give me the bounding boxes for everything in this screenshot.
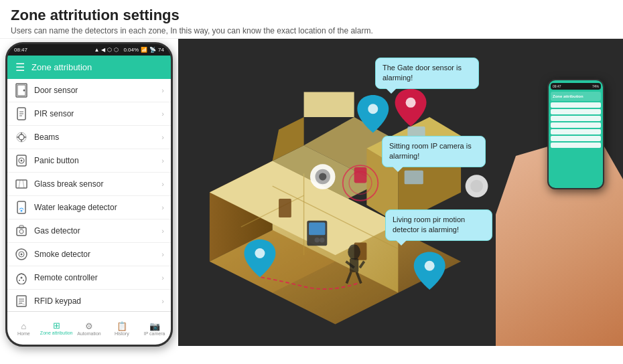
svg-point-57 [315, 238, 320, 243]
glass-break-icon [14, 177, 29, 191]
water-leakage-icon [14, 200, 29, 215]
small-phone: 09:47 74% Zone attribution [547, 79, 604, 189]
door-sensor-icon [14, 83, 29, 98]
nav-item-home[interactable]: ⌂ Home [7, 312, 40, 345]
svg-point-22 [19, 230, 23, 234]
svg-point-29 [19, 280, 20, 281]
menu-item-door-sensor[interactable]: Door sensor › [7, 79, 171, 102]
history-nav-icon: 📋 [117, 321, 127, 331]
svg-point-75 [348, 244, 360, 260]
app-header-title: Zone attribution [31, 62, 92, 72]
svg-point-69 [406, 98, 416, 108]
pir-sensor-label: PIR sensor [34, 109, 161, 118]
smoke-detector-arrow: › [161, 250, 164, 258]
svg-point-72 [319, 173, 326, 180]
speech-bubble-2: Sitting room IP camera is alarming! [382, 136, 486, 167]
smoke-detector-label: Smoke detector [34, 250, 161, 259]
menu-item-smoke-detector[interactable]: Smoke detector › [7, 243, 171, 266]
menu-list: Door sensor › PIR sensor › Beams › [7, 79, 171, 313]
status-time: 08:47 [14, 47, 27, 53]
svg-line-17 [19, 180, 20, 188]
scene-area: The Gate door sensor is alarming! Sittin… [178, 39, 623, 346]
svg-point-74 [470, 180, 483, 193]
phone-mockup: 08:47 ▲ ◀ ⬡ ⬡ 0.04% 📶 📡 74 ☰ Zone attrib… [5, 42, 173, 347]
menu-item-water-leakage[interactable]: Water leakage detector › [7, 196, 171, 219]
automation-nav-icon: ⚙ [85, 321, 93, 331]
svg-point-2 [23, 90, 25, 92]
gas-detector-label: Gas detector [34, 226, 161, 236]
menu-item-pir-sensor[interactable]: PIR sensor › [7, 102, 171, 126]
svg-point-28 [21, 277, 23, 279]
svg-point-7 [19, 134, 24, 140]
svg-point-20 [21, 210, 23, 212]
remote-controller-icon [14, 270, 29, 285]
smoke-detector-icon [14, 247, 29, 262]
nav-item-zone[interactable]: ⊞ Zone attribution [40, 312, 73, 345]
rfid-keypad-label: RFID keypad [34, 296, 161, 306]
remote-controller-arrow: › [161, 274, 164, 282]
menu-item-beams[interactable]: Beams › [7, 126, 171, 149]
status-icons: ▲ ◀ ⬡ ⬡ 0.04% 📶 📡 74 [94, 47, 164, 53]
nav-item-ip-camera[interactable]: 📷 IP camera [138, 312, 171, 345]
remote-controller-label: Remote controller [34, 273, 161, 282]
menu-item-gas-detector[interactable]: Gas detector › [7, 219, 171, 243]
svg-rect-56 [309, 223, 325, 236]
svg-rect-61 [354, 167, 367, 183]
svg-point-67 [425, 261, 435, 271]
menu-item-glass-break[interactable]: Glass break sensor › [7, 173, 171, 196]
svg-point-63 [368, 104, 378, 114]
panic-button-label: Panic button [34, 156, 161, 165]
svg-rect-49 [279, 199, 291, 217]
pir-sensor-icon [14, 106, 29, 121]
beams-icon [14, 130, 29, 145]
glass-break-arrow: › [161, 180, 164, 188]
bottom-nav: ⌂ Home ⊞ Zone attribution ⚙ Automation 📋… [7, 311, 171, 345]
nav-item-history[interactable]: 📋 History [105, 312, 138, 345]
water-leakage-label: Water leakage detector [34, 203, 161, 212]
hamburger-icon[interactable]: ☰ [15, 61, 25, 74]
svg-line-18 [23, 180, 24, 188]
home-nav-icon: ⌂ [21, 321, 26, 331]
svg-point-15 [21, 160, 23, 162]
panic-button-arrow: › [161, 157, 164, 165]
menu-item-panic-button[interactable]: Panic button › [7, 149, 171, 173]
ip-camera-nav-label: IP camera [144, 331, 165, 336]
menu-item-remote-controller[interactable]: Remote controller › [7, 266, 171, 290]
phone-hand-container: 09:47 74% Zone attribution [492, 39, 623, 346]
svg-marker-45 [304, 92, 354, 117]
page-header: Zone attritution settings Users can name… [0, 0, 623, 38]
rfid-keypad-arrow: › [161, 297, 164, 305]
gas-detector-icon [14, 223, 29, 238]
svg-rect-16 [16, 180, 27, 188]
pir-sensor-arrow: › [161, 110, 164, 118]
panic-button-icon [14, 153, 29, 168]
automation-nav-label: Automation [77, 331, 100, 336]
zone-nav-icon: ⊞ [53, 321, 60, 331]
svg-point-58 [320, 238, 325, 243]
svg-point-26 [21, 254, 23, 256]
page-subtitle: Users can name the detectors in each zon… [11, 26, 612, 35]
zone-nav-label: Zone attribution [40, 331, 73, 336]
speech-bubble-1: The Gate door sensor is alarming! [375, 58, 479, 89]
water-leakage-arrow: › [161, 203, 164, 211]
rfid-keypad-icon [14, 294, 29, 308]
history-nav-label: History [115, 331, 129, 336]
svg-point-30 [23, 280, 24, 281]
home-nav-label: Home [17, 331, 30, 336]
svg-rect-21 [17, 227, 26, 236]
door-sensor-label: Door sensor [34, 86, 161, 95]
ip-camera-nav-icon: 📷 [149, 321, 160, 331]
beams-label: Beams [34, 132, 161, 142]
main-content: 08:47 ▲ ◀ ⬡ ⬡ 0.04% 📶 📡 74 ☰ Zone attrib… [0, 38, 623, 346]
door-sensor-arrow: › [161, 86, 164, 94]
page-wrapper: Zone attritution settings Users can name… [0, 0, 623, 364]
glass-break-label: Glass break sensor [34, 179, 161, 189]
gas-detector-arrow: › [161, 227, 164, 235]
menu-item-rfid-keypad[interactable]: RFID keypad › [7, 290, 171, 313]
speech-bubble-3: Living room pir motion detector is alarm… [385, 209, 492, 241]
svg-point-27 [17, 274, 26, 284]
nav-item-automation[interactable]: ⚙ Automation [73, 312, 106, 345]
app-header-bar: ☰ Zone attribution [7, 56, 171, 79]
page-title: Zone attritution settings [11, 7, 612, 24]
beams-arrow: › [161, 133, 164, 141]
